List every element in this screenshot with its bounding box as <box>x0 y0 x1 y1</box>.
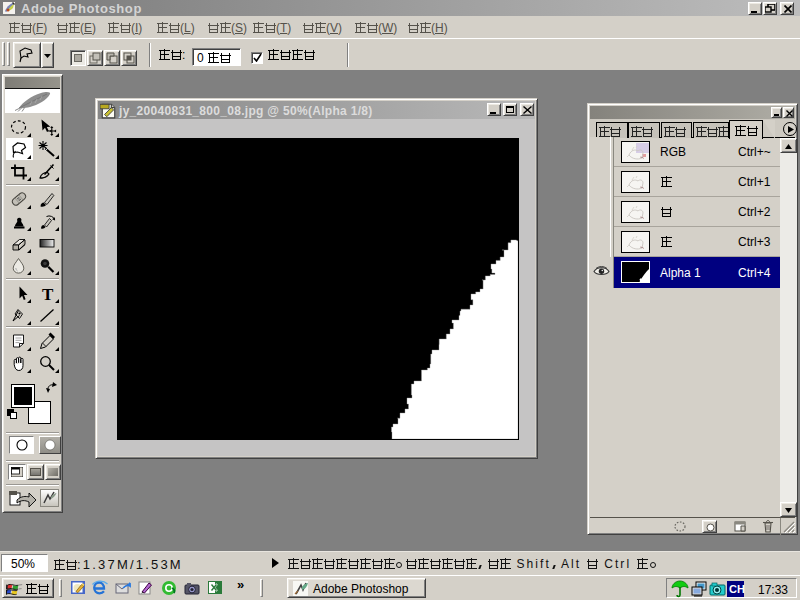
svg-text:T: T <box>42 285 54 303</box>
